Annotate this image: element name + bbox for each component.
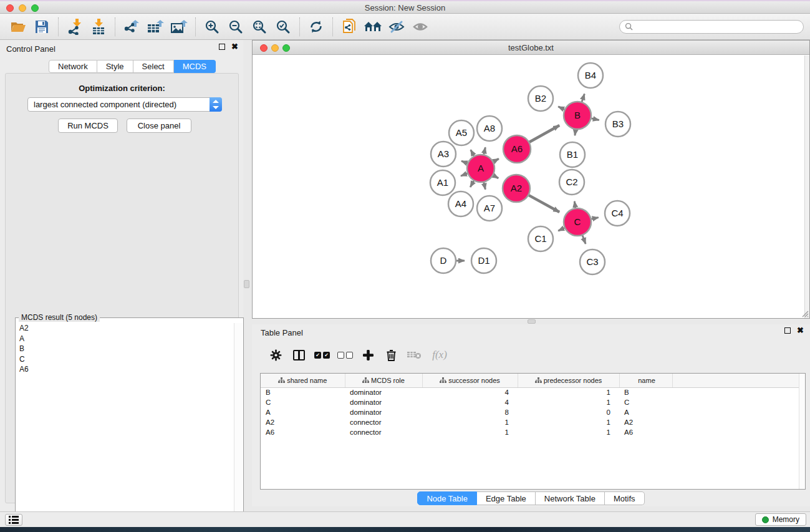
table-row[interactable]: A2connector11A2 [261,417,805,427]
graph-edge-B-B2[interactable] [558,107,564,110]
graph-node-A4[interactable]: A4 [448,191,473,216]
copy-network-icon[interactable] [339,17,360,37]
graph-node-A[interactable]: A [467,155,494,182]
horizontal-splitter-handle[interactable] [528,319,536,324]
column-header-name[interactable]: name [619,374,672,387]
table-cell[interactable]: 1 [518,427,619,437]
graph-edge-A-A2[interactable] [493,175,498,178]
graph-edge-A-A1[interactable] [461,173,467,176]
table-cell[interactable]: B [261,387,345,397]
result-item[interactable]: B [16,344,234,354]
table-cell[interactable]: 1 [518,387,619,397]
graph-edge-A-A7[interactable] [484,182,485,189]
table-row[interactable]: Adominator80A [261,407,805,417]
table-cell[interactable]: C [619,397,672,407]
save-session-icon[interactable] [31,17,52,37]
table-cell[interactable]: A6 [261,427,345,437]
table-cell[interactable]: A [261,407,345,417]
zoom-in-icon[interactable] [201,17,223,37]
result-item[interactable]: A6 [16,364,234,375]
table-cell[interactable]: A6 [619,427,672,437]
deselect-all-checkboxes-icon[interactable] [334,345,357,365]
table-cell[interactable]: connector [345,427,422,437]
table-cell[interactable]: 1 [422,427,518,437]
graph-edge-A-A4[interactable] [470,181,474,187]
result-item[interactable]: C [16,354,234,365]
column-header-predecessor-nodes[interactable]: predecessor nodes [518,374,619,387]
tab-edge-table[interactable]: Edge Table [477,491,536,505]
table-cell[interactable]: B [619,387,672,397]
export-image-icon[interactable] [168,17,190,37]
tab-style[interactable]: Style [97,60,133,73]
graph-node-A2[interactable]: A2 [503,175,530,202]
close-table-panel-icon[interactable]: ✖ [797,327,804,334]
graph-node-B3[interactable]: B3 [605,112,630,137]
show-columns-icon[interactable] [287,345,311,365]
graph-edge-A6-B[interactable] [529,125,559,142]
close-panel-button[interactable]: Close panel [127,118,191,133]
table-cell[interactable]: 1 [518,397,619,407]
graph-node-C4[interactable]: C4 [605,201,630,226]
table-cell[interactable]: A [619,407,672,417]
table-cell[interactable]: 4 [422,397,518,407]
refresh-layout-icon[interactable] [306,17,327,37]
show-panels-eye-icon[interactable] [410,17,431,37]
search-input[interactable] [633,21,798,32]
float-panel-icon[interactable] [219,44,225,50]
table-cell[interactable]: 0 [518,407,619,417]
table-cell[interactable]: 8 [422,407,518,417]
delete-table-icon[interactable] [403,345,426,365]
column-header-MCDS-role[interactable]: MCDS role [345,374,422,387]
result-item[interactable]: A2 [16,323,234,334]
table-cell[interactable]: dominator [345,397,422,407]
result-scrollbar[interactable] [234,323,243,532]
table-cell[interactable]: A2 [619,417,672,427]
result-item[interactable]: A [16,334,234,344]
table-cell[interactable]: 1 [422,417,518,427]
tab-motifs[interactable]: Motifs [605,491,645,505]
table-scrollbar[interactable] [799,374,805,489]
graph-edge-C-C2[interactable] [574,201,575,208]
close-panel-icon[interactable]: ✖ [231,44,238,50]
table-cell[interactable]: A2 [261,417,345,427]
resize-grip-icon[interactable] [800,309,809,317]
graph-edge-C-C4[interactable] [591,218,598,219]
graph-edge-A-A5[interactable] [471,150,474,156]
graph-node-A5[interactable]: A5 [449,120,474,145]
hide-panels-eye-icon[interactable] [386,17,407,37]
table-cell[interactable]: C [261,397,345,407]
search-field[interactable] [619,20,804,34]
graph-edge-A-A6[interactable] [493,159,499,162]
graph-node-A8[interactable]: A8 [477,116,502,141]
graph-node-C[interactable]: C [564,208,591,236]
tab-select[interactable]: Select [133,60,174,73]
graph-node-D[interactable]: D [431,248,456,273]
graph-node-C2[interactable]: C2 [559,170,584,195]
graph-node-B2[interactable]: B2 [528,86,553,111]
zoom-out-icon[interactable] [225,17,246,37]
graph-node-B4[interactable]: B4 [578,63,603,88]
zoom-fit-icon[interactable] [249,17,270,37]
export-table-icon[interactable] [145,17,166,37]
open-file-icon[interactable] [7,17,29,37]
graph-node-A3[interactable]: A3 [431,142,456,167]
graph-edge-B-B3[interactable] [591,118,599,120]
delete-column-trash-icon[interactable] [380,345,403,365]
graph-edge-A-A3[interactable] [461,161,468,163]
tab-mcds[interactable]: MCDS [174,60,216,73]
dropdown-stepper-icon[interactable] [210,97,222,112]
vertical-splitter-handle[interactable] [244,280,249,288]
tab-node-table[interactable]: Node Table [417,491,477,505]
table-settings-gear-icon[interactable] [264,345,287,365]
graph-node-A7[interactable]: A7 [477,196,502,221]
graph-edge-A-A8[interactable] [484,147,485,154]
network-window-titlebar[interactable]: testGlobe.txt [253,41,809,55]
function-builder-icon[interactable]: f(x) [426,345,453,365]
criterion-dropdown[interactable]: largest connected component (directed) [27,97,222,112]
graph-node-B1[interactable]: B1 [560,142,585,167]
graph-node-D1[interactable]: D1 [471,248,496,273]
task-history-button[interactable] [5,514,22,526]
table-row[interactable]: Bdominator41B [261,387,805,397]
network-scroll-lane[interactable] [804,56,809,318]
table-row[interactable]: A6connector11A6 [261,427,805,437]
